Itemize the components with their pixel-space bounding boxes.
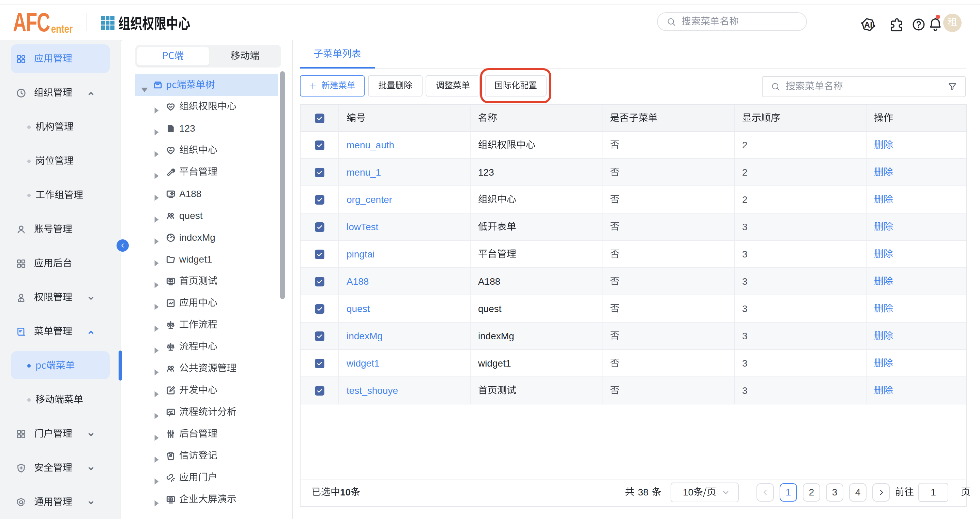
svg-text:AI: AI xyxy=(864,20,872,29)
